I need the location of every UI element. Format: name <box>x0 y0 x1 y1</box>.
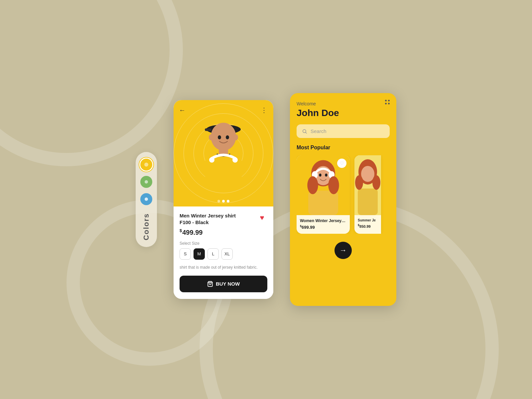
products-row: ♡ Women Winter Jersey shirt .. $699.99 <box>297 155 390 234</box>
product-2-image <box>354 155 381 215</box>
buy-now-button[interactable]: BUY NOW <box>180 276 267 292</box>
cart-icon <box>207 281 213 287</box>
svg-point-29 <box>355 175 363 190</box>
product-nav: ← ⋮ <box>174 106 273 114</box>
menu-button[interactable]: ⋮ <box>261 106 268 114</box>
color-option-blue[interactable] <box>140 193 152 205</box>
main-content: Colors ← ⋮ <box>136 93 396 306</box>
slide-dot-1 <box>217 200 220 202</box>
svg-point-8 <box>218 135 221 139</box>
home-menu-dots[interactable] <box>385 100 390 104</box>
svg-rect-2 <box>205 128 211 131</box>
svg-point-9 <box>226 135 229 139</box>
product-1-favorite[interactable]: ♡ <box>337 159 346 168</box>
color-panel: Colors <box>136 152 157 247</box>
svg-point-7 <box>232 157 238 163</box>
person-svg <box>190 107 257 200</box>
product-detail-card: ← ⋮ <box>174 100 273 299</box>
product-2-title: Summer Je <box>358 218 378 222</box>
size-xl[interactable]: XL <box>221 248 233 260</box>
product-price: $499.99 <box>180 228 267 236</box>
svg-point-21 <box>319 174 321 177</box>
currency-symbol: $ <box>180 228 182 233</box>
svg-point-27 <box>361 166 374 182</box>
slide-dot-2 <box>222 200 225 202</box>
home-screen-card: Welcome John Doe Search Most Popular <box>290 93 396 306</box>
size-options: S M L XL <box>180 248 267 260</box>
size-label: Select Size <box>180 241 267 246</box>
svg-point-6 <box>209 157 214 163</box>
size-m[interactable]: M <box>194 248 205 260</box>
menu-dot-1 <box>385 100 387 101</box>
svg-point-11 <box>234 134 238 140</box>
back-button[interactable]: ← <box>179 106 186 114</box>
product-1-info: Women Winter Jersey shirt .. $699.99 <box>297 215 350 234</box>
menu-dot-4 <box>388 103 390 104</box>
product-card-1[interactable]: ♡ Women Winter Jersey shirt .. $699.99 <box>297 155 350 234</box>
color-option-yellow[interactable] <box>140 159 152 171</box>
slide-dots <box>217 200 229 202</box>
product-details: Men Winter Jersey shirt F100 - Black ♥ $… <box>174 206 273 299</box>
color-option-green[interactable] <box>140 176 152 188</box>
svg-rect-18 <box>308 191 338 215</box>
svg-point-10 <box>209 134 213 140</box>
search-bar[interactable]: Search <box>297 124 390 138</box>
product-1-price: $699.99 <box>300 224 346 230</box>
search-icon <box>302 129 307 134</box>
svg-point-3 <box>211 123 236 151</box>
product-description: shirt that is made out of jersey knitted… <box>180 264 267 270</box>
woman-2-svg <box>354 155 381 215</box>
section-title: Most Popular <box>297 145 390 151</box>
buy-now-label: BUY NOW <box>216 281 240 287</box>
svg-point-23 <box>307 176 318 194</box>
product-1-image: ♡ <box>297 155 350 215</box>
svg-point-30 <box>372 175 380 190</box>
product-title-row: Men Winter Jersey shirt F100 - Black ♥ <box>180 212 267 225</box>
svg-line-14 <box>306 132 307 133</box>
slide-dot-3 <box>227 200 229 202</box>
svg-point-22 <box>325 174 327 177</box>
product-1-title: Women Winter Jersey shirt .. <box>300 218 346 223</box>
product-image-area: ← ⋮ <box>174 100 273 206</box>
search-placeholder: Search <box>311 128 327 134</box>
product-image <box>187 107 260 200</box>
size-s[interactable]: S <box>180 248 191 260</box>
product-2-price: $850.99 <box>358 223 378 229</box>
product-card-2[interactable]: Summer Je $850.99 <box>354 155 381 234</box>
product-2-info: Summer Je $850.99 <box>354 215 381 233</box>
svg-point-24 <box>328 176 339 194</box>
svg-rect-28 <box>358 189 378 215</box>
next-button[interactable]: → <box>334 242 352 259</box>
menu-dot-3 <box>385 103 387 104</box>
favorite-button[interactable]: ♥ <box>257 212 267 223</box>
user-name: John Doe <box>297 108 390 118</box>
product-title: Men Winter Jersey shirt F100 - Black <box>180 212 246 225</box>
colors-label: Colors <box>142 213 151 240</box>
price-value: 499.99 <box>182 229 202 236</box>
menu-dot-2 <box>388 100 390 101</box>
welcome-text: Welcome <box>297 101 390 106</box>
size-l[interactable]: L <box>207 248 219 260</box>
